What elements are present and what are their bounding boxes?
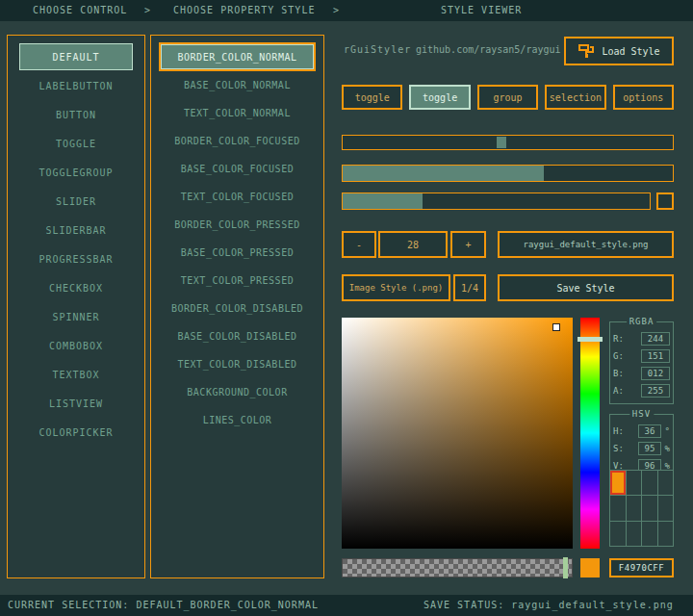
slider-bar[interactable]: [342, 165, 674, 182]
property-list-item[interactable]: LINES_COLOR: [161, 407, 314, 432]
property-list-item[interactable]: BASE_COLOR_DISABLED: [161, 323, 314, 348]
control-list-item[interactable]: SLIDER: [19, 188, 133, 215]
toggle-button-label: toggle: [423, 92, 457, 103]
control-list-item-label: SLIDERBAR: [45, 225, 106, 236]
hue-handle[interactable]: [578, 337, 603, 342]
control-list-item-label: TEXTBOX: [52, 370, 99, 380]
breadcrumb-style-viewer: STYLE VIEWER: [441, 0, 522, 21]
hsv-title: HSV: [629, 409, 654, 419]
control-list-item-label: COMBOBOX: [49, 341, 103, 351]
color-grid-cell[interactable]: [627, 522, 642, 546]
control-list-item-label: PROGRESSBAR: [38, 254, 113, 265]
spinner-decrement-button[interactable]: -: [342, 231, 376, 258]
property-list-item[interactable]: TEXT_COLOR_NORMAL: [161, 100, 314, 125]
toggle-button[interactable]: toggle: [409, 85, 470, 110]
spinner-increment-button[interactable]: +: [450, 231, 486, 258]
hex-value-box[interactable]: F4970CFF: [609, 558, 674, 578]
hsv-row-unit: %: [663, 444, 670, 453]
control-list-item-label: LISTVIEW: [49, 398, 103, 409]
hsv-row-value: 95: [638, 442, 661, 455]
toggle-button[interactable]: group: [477, 85, 538, 110]
hsv-row-label: H:: [613, 426, 626, 436]
app-name: rGuiStyler: [344, 44, 411, 55]
color-grid-cell[interactable]: [627, 496, 642, 520]
breadcrumb-separator-2: >: [333, 0, 340, 21]
control-list-item[interactable]: TOGGLE: [19, 130, 133, 157]
control-list-item[interactable]: LISTVIEW: [19, 390, 133, 417]
property-list-item[interactable]: BASE_COLOR_NORMAL: [161, 72, 314, 97]
combobox-index[interactable]: 1/4: [453, 274, 486, 301]
color-picker-cursor[interactable]: [552, 323, 560, 331]
slider-handle[interactable]: [497, 137, 506, 148]
control-list-item[interactable]: TOGGLEGROUP: [19, 159, 133, 186]
filename-textbox[interactable]: raygui_default_style.png: [498, 231, 674, 258]
control-list-item[interactable]: COMBOBOX: [19, 332, 133, 359]
current-selection-status: CURRENT SELECTION: DEFAULT_BORDER_COLOR_…: [8, 595, 319, 616]
breadcrumb-separator-1: >: [144, 0, 151, 21]
color-grid-cell[interactable]: [642, 522, 657, 546]
toggle-button-label: selection: [550, 92, 602, 103]
property-list-item-label: BASE_COLOR_NORMAL: [184, 80, 291, 90]
control-list-item[interactable]: PROGRESSBAR: [19, 245, 133, 272]
color-grid-cell[interactable]: [627, 471, 642, 495]
save-style-button[interactable]: Save Style: [498, 274, 674, 301]
alpha-bar[interactable]: [342, 558, 573, 578]
rgba-row-value: 012: [641, 367, 670, 380]
control-list-item[interactable]: SLIDERBAR: [19, 217, 133, 244]
property-list-item-label: LINES_COLOR: [203, 415, 272, 425]
color-grid-cell[interactable]: [642, 471, 657, 495]
property-list-item[interactable]: TEXT_COLOR_DISABLED: [161, 351, 314, 376]
color-picker-area[interactable]: [342, 318, 573, 549]
color-grid-cell[interactable]: [642, 496, 657, 520]
control-list-item[interactable]: SPINNER: [19, 303, 133, 330]
property-list-item[interactable]: TEXT_COLOR_FOCUSED: [161, 184, 314, 209]
property-list-item[interactable]: BASE_COLOR_PRESSED: [161, 240, 314, 265]
toggle-button[interactable]: toggle: [342, 85, 402, 110]
load-style-button[interactable]: Load Style: [564, 37, 674, 65]
property-list-item[interactable]: BORDER_COLOR_DISABLED: [161, 295, 314, 321]
color-grid-cell[interactable]: [658, 522, 674, 546]
rgba-row-label: R:: [613, 334, 626, 344]
toggle-button[interactable]: selection: [545, 85, 605, 110]
color-grid-cell[interactable]: [610, 496, 626, 520]
spinner-value: 28: [407, 240, 419, 250]
repo-link[interactable]: github.com/raysan5/raygui: [416, 44, 561, 55]
control-list-item[interactable]: DEFAULT: [19, 43, 133, 70]
control-list-item[interactable]: LABELBUTTON: [19, 72, 133, 99]
spinner-value-box[interactable]: 28: [378, 231, 448, 258]
alpha-handle[interactable]: [563, 557, 568, 578]
property-list-item[interactable]: BORDER_COLOR_NORMAL: [161, 44, 314, 69]
property-list-item[interactable]: BACKGROUND_COLOR: [161, 379, 314, 404]
rgba-panel: RGBA R: 244 G: 151 B: 012 A: 255: [609, 321, 674, 404]
color-grid-cell[interactable]: [610, 522, 626, 546]
property-list-item[interactable]: BORDER_COLOR_PRESSED: [161, 212, 314, 237]
toggle-button-label: group: [493, 92, 522, 103]
property-list-item[interactable]: BASE_COLOR_FOCUSED: [161, 156, 314, 181]
color-grid-cell[interactable]: [610, 471, 626, 495]
control-list-item-label: TOGGLE: [56, 139, 96, 149]
color-grid-cell[interactable]: [658, 471, 674, 495]
control-list-item[interactable]: TEXTBOX: [19, 361, 133, 388]
rgba-row-value: 151: [641, 349, 670, 363]
control-list-item-label: DEFAULT: [52, 52, 99, 63]
progress-end-box[interactable]: [656, 192, 674, 210]
slider[interactable]: [342, 135, 674, 150]
property-list-item-label: BASE_COLOR_DISABLED: [178, 331, 297, 342]
toggle-button[interactable]: options: [613, 85, 674, 110]
top-bar: CHOOSE CONTROL > CHOOSE PROPERTY STYLE >…: [0, 0, 693, 21]
property-list-item[interactable]: TEXT_COLOR_PRESSED: [161, 268, 314, 293]
hsv-row: S: 95 %: [610, 440, 673, 457]
breadcrumb-choose-property-style: CHOOSE PROPERTY STYLE: [173, 0, 315, 21]
property-list-item-label: BORDER_COLOR_FOCUSED: [174, 136, 299, 146]
hue-bar[interactable]: [580, 318, 600, 549]
rgba-row: G: 151: [610, 347, 673, 365]
control-list-item[interactable]: CHECKBOX: [19, 274, 133, 301]
color-grid-cell[interactable]: [658, 496, 674, 520]
control-list-item[interactable]: COLORPICKER: [19, 419, 133, 446]
image-style-combobox[interactable]: Image Style (.png): [342, 274, 450, 301]
toggle-button-label: options: [623, 92, 663, 103]
property-list-item[interactable]: BORDER_COLOR_FOCUSED: [161, 128, 314, 153]
control-list-item[interactable]: BUTTON: [19, 101, 133, 128]
control-list-item-label: SPINNER: [52, 312, 99, 322]
breadcrumb-choose-control: CHOOSE CONTROL: [33, 0, 127, 21]
